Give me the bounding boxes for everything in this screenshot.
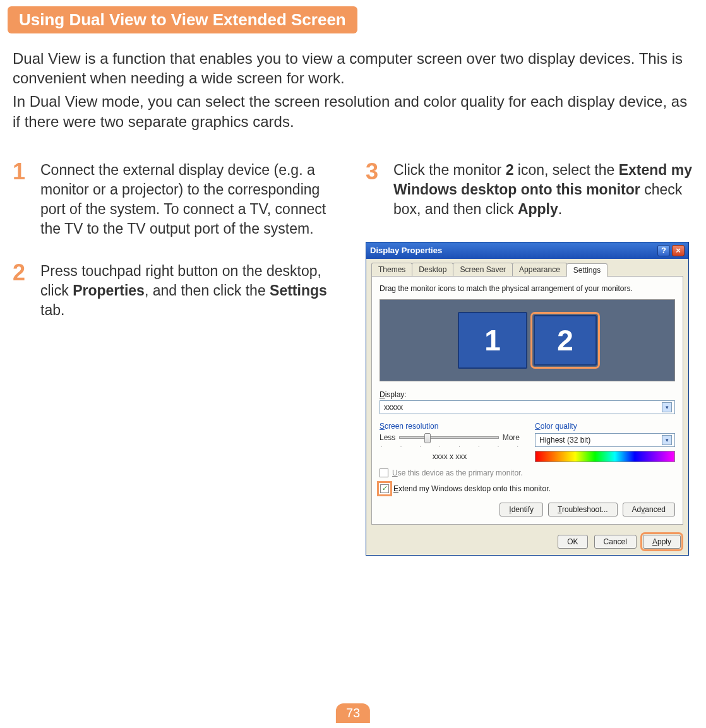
color-quality-value: Highest (32 bit) (539, 436, 590, 445)
tab-strip: Themes Desktop Screen Saver Appearance S… (366, 259, 688, 276)
step-3-mid1: icon, select the (513, 162, 618, 178)
slider-less: Less (380, 433, 395, 442)
help-button[interactable]: ? (657, 245, 670, 256)
drag-instruction: Drag the monitor icons to match the phys… (380, 284, 675, 293)
titlebar-buttons: ? × (657, 245, 685, 256)
help-icon: ? (661, 246, 666, 254)
columns: 1 Connect the external display device (e… (0, 141, 706, 556)
tab-appearance[interactable]: Appearance (512, 263, 567, 276)
titlebar[interactable]: Display Properties ? × (366, 242, 688, 259)
apply-button[interactable]: Apply (643, 535, 681, 549)
screenshot: Display Properties ? × Themes Desktop Sc… (366, 242, 689, 556)
section-header: Using Dual View to View Extended Screen (8, 6, 357, 33)
intro-p1: Dual View is a function that enables you… (13, 49, 693, 88)
resolution-slider-row: Less More (380, 433, 520, 442)
resolution-label: Screen resolution (380, 422, 520, 431)
extend-desktop-checkbox[interactable]: ✓ (380, 484, 389, 493)
tab-screensaver[interactable]: Screen Saver (453, 263, 513, 276)
tab-desktop[interactable]: Desktop (412, 263, 453, 276)
step-3-number: 3 (366, 157, 378, 188)
resolution-group: Screen resolution Less More ········ (380, 422, 520, 462)
right-column: 3 Click the monitor 2 icon, select the E… (366, 160, 693, 556)
extend-desktop-row: ✓ Extend my Windows desktop onto this mo… (380, 484, 675, 494)
color-quality-label: Color quality (535, 422, 675, 431)
left-column: 1 Connect the external display device (e… (13, 160, 340, 556)
display-label: Display: (380, 390, 675, 399)
step-3-pre: Click the monitor (393, 162, 506, 178)
step-1-text: Connect the external display device (e.g… (40, 162, 326, 237)
resolution-slider[interactable] (399, 436, 498, 439)
window-title: Display Properties (370, 246, 442, 255)
step-2-number: 2 (13, 258, 25, 289)
display-dropdown[interactable]: xxxxx ▾ (380, 400, 675, 414)
step-1: 1 Connect the external display device (e… (13, 160, 340, 239)
primary-monitor-row: Use this device as the primary monitor. (380, 468, 675, 477)
advanced-button[interactable]: Advanced (623, 503, 675, 516)
slider-more: More (503, 433, 520, 442)
step-3-b3: Apply (518, 201, 558, 217)
panel-button-row: Identify Troubleshoot... Advanced (380, 503, 675, 516)
monitor-area: 1 2 (380, 299, 675, 381)
monitor-1[interactable]: 1 (458, 312, 527, 369)
chevron-down-icon: ▾ (662, 435, 672, 445)
chevron-down-icon: ▾ (662, 402, 672, 412)
close-icon: × (676, 246, 681, 254)
primary-monitor-checkbox (380, 468, 388, 477)
color-spectrum (535, 451, 675, 462)
intro-p2: In Dual View mode, you can select the sc… (13, 92, 693, 131)
step-3: 3 Click the monitor 2 icon, select the E… (366, 160, 693, 219)
extend-desktop-label: Extend my Windows desktop onto this moni… (393, 484, 551, 493)
step-2-b1: Properties (73, 282, 145, 299)
cancel-button[interactable]: Cancel (594, 535, 637, 549)
settings-panel: Drag the monitor icons to match the phys… (371, 276, 683, 525)
step-2-post: tab. (40, 302, 64, 318)
primary-monitor-label: Use this device as the primary monitor. (392, 468, 523, 477)
close-button[interactable]: × (672, 245, 685, 256)
dialog-button-row: OK Cancel Apply (366, 530, 688, 555)
slider-ticks: ········ (380, 442, 520, 450)
step-3-b1: 2 (506, 162, 514, 178)
step-1-number: 1 (13, 157, 25, 188)
step-2: 2 Press touchpad right button on the des… (13, 261, 340, 320)
troubleshoot-button[interactable]: Troubleshoot... (548, 503, 618, 516)
step-3-post: . (558, 201, 562, 217)
color-quality-group: Color quality Highest (32 bit) ▾ (535, 422, 675, 462)
resolution-value: xxxx x xxx (380, 452, 520, 461)
slider-thumb[interactable] (424, 433, 431, 443)
tab-themes[interactable]: Themes (371, 263, 412, 276)
resolution-color-row: Screen resolution Less More ········ (380, 422, 675, 462)
tab-settings[interactable]: Settings (566, 263, 607, 277)
step-2-mid: , and then click the (145, 282, 270, 299)
ok-button[interactable]: OK (558, 535, 587, 549)
display-value: xxxxx (384, 403, 403, 412)
monitor-2[interactable]: 2 (534, 315, 597, 366)
color-quality-dropdown[interactable]: Highest (32 bit) ▾ (535, 433, 675, 447)
step-2-b2: Settings (270, 282, 327, 299)
identify-button[interactable]: Identify (500, 503, 543, 516)
display-properties-window: Display Properties ? × Themes Desktop Sc… (366, 242, 689, 556)
intro-block: Dual View is a function that enables you… (0, 33, 706, 141)
